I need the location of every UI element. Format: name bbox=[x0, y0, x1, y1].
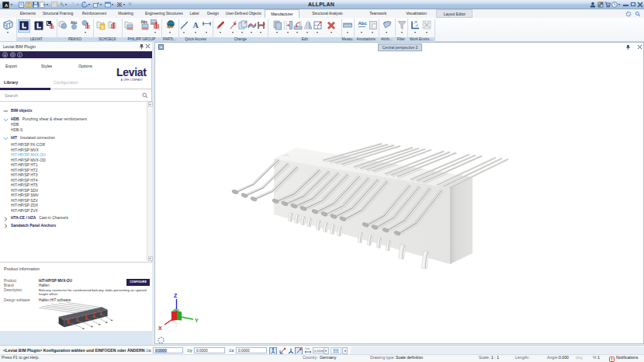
svg-text:X: X bbox=[158, 325, 162, 331]
svg-text:S: S bbox=[101, 25, 104, 30]
svg-text:Abc: Abc bbox=[141, 20, 148, 24]
svg-text:Y: Y bbox=[195, 318, 199, 323]
svg-text:A: A bbox=[193, 21, 199, 30]
svg-text:1cm: 1cm bbox=[305, 347, 310, 350]
svg-text:Z: Z bbox=[174, 293, 178, 298]
svg-text:e!: e! bbox=[384, 21, 386, 24]
svg-text:Abc: Abc bbox=[358, 21, 368, 26]
